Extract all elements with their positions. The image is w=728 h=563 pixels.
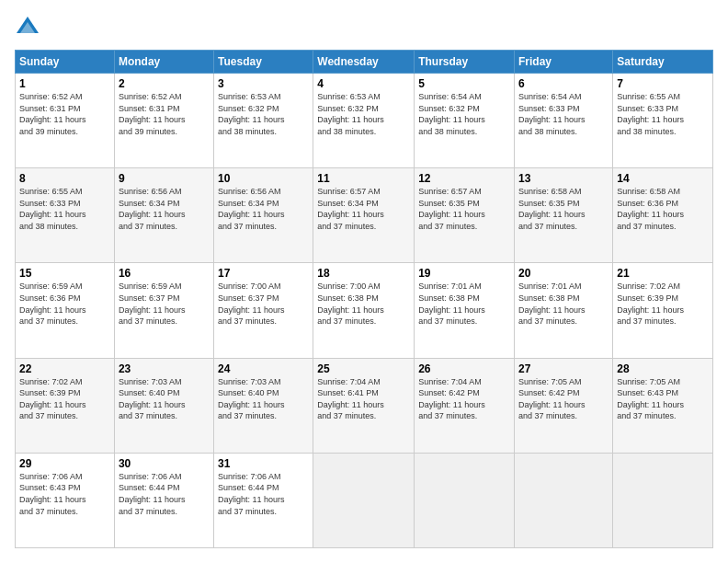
calendar-cell: 23Sunrise: 7:03 AM Sunset: 6:40 PM Dayli… xyxy=(114,358,213,453)
calendar-cell: 20Sunrise: 7:01 AM Sunset: 6:38 PM Dayli… xyxy=(515,263,613,358)
calendar-cell: 21Sunrise: 7:02 AM Sunset: 6:39 PM Dayli… xyxy=(613,263,713,358)
day-number: 5 xyxy=(418,77,510,90)
day-number: 12 xyxy=(418,172,510,185)
calendar-week-row: 29Sunrise: 7:06 AM Sunset: 6:43 PM Dayli… xyxy=(16,453,713,547)
calendar-cell xyxy=(415,453,515,547)
calendar-cell: 30Sunrise: 7:06 AM Sunset: 6:44 PM Dayli… xyxy=(114,453,213,547)
calendar-cell: 4Sunrise: 6:53 AM Sunset: 6:32 PM Daylig… xyxy=(313,74,415,168)
calendar-week-row: 8Sunrise: 6:55 AM Sunset: 6:33 PM Daylig… xyxy=(16,168,713,263)
calendar-cell: 12Sunrise: 6:57 AM Sunset: 6:35 PM Dayli… xyxy=(415,168,515,263)
day-number: 30 xyxy=(119,457,210,470)
day-info: Sunrise: 6:58 AM Sunset: 6:35 PM Dayligh… xyxy=(518,186,609,232)
day-number: 16 xyxy=(119,267,210,280)
day-info: Sunrise: 7:00 AM Sunset: 6:37 PM Dayligh… xyxy=(218,281,309,327)
day-number: 29 xyxy=(19,457,110,470)
calendar-cell: 7Sunrise: 6:55 AM Sunset: 6:33 PM Daylig… xyxy=(613,74,713,168)
day-number: 22 xyxy=(19,362,110,375)
day-info: Sunrise: 6:54 AM Sunset: 6:33 PM Dayligh… xyxy=(518,91,609,137)
day-info: Sunrise: 7:06 AM Sunset: 6:44 PM Dayligh… xyxy=(218,471,309,517)
calendar-header-cell: Monday xyxy=(114,51,213,74)
calendar-cell: 5Sunrise: 6:54 AM Sunset: 6:32 PM Daylig… xyxy=(415,74,515,168)
day-info: Sunrise: 6:57 AM Sunset: 6:34 PM Dayligh… xyxy=(317,186,410,232)
day-number: 14 xyxy=(617,172,709,185)
calendar-week-row: 15Sunrise: 6:59 AM Sunset: 6:36 PM Dayli… xyxy=(16,263,713,358)
logo xyxy=(15,15,44,40)
day-number: 19 xyxy=(418,267,510,280)
day-info: Sunrise: 7:02 AM Sunset: 6:39 PM Dayligh… xyxy=(617,281,709,327)
calendar-cell: 1Sunrise: 6:52 AM Sunset: 6:31 PM Daylig… xyxy=(16,74,115,168)
day-info: Sunrise: 7:05 AM Sunset: 6:43 PM Dayligh… xyxy=(617,376,709,422)
calendar-cell: 28Sunrise: 7:05 AM Sunset: 6:43 PM Dayli… xyxy=(613,358,713,453)
day-number: 26 xyxy=(418,362,510,375)
calendar-header-cell: Sunday xyxy=(16,51,115,74)
day-info: Sunrise: 6:59 AM Sunset: 6:36 PM Dayligh… xyxy=(19,281,110,327)
day-info: Sunrise: 7:01 AM Sunset: 6:38 PM Dayligh… xyxy=(418,281,510,327)
calendar-cell: 31Sunrise: 7:06 AM Sunset: 6:44 PM Dayli… xyxy=(214,453,313,547)
day-info: Sunrise: 7:01 AM Sunset: 6:38 PM Dayligh… xyxy=(518,281,609,327)
calendar-cell: 8Sunrise: 6:55 AM Sunset: 6:33 PM Daylig… xyxy=(16,168,115,263)
day-number: 7 xyxy=(617,77,709,90)
day-number: 21 xyxy=(617,267,709,280)
day-number: 25 xyxy=(317,362,410,375)
calendar-cell xyxy=(613,453,713,547)
calendar-cell: 26Sunrise: 7:04 AM Sunset: 6:42 PM Dayli… xyxy=(415,358,515,453)
day-info: Sunrise: 7:03 AM Sunset: 6:40 PM Dayligh… xyxy=(218,376,309,422)
calendar-cell: 18Sunrise: 7:00 AM Sunset: 6:38 PM Dayli… xyxy=(313,263,415,358)
day-number: 17 xyxy=(218,267,309,280)
day-info: Sunrise: 6:55 AM Sunset: 6:33 PM Dayligh… xyxy=(19,186,110,232)
day-number: 11 xyxy=(317,172,410,185)
day-info: Sunrise: 7:06 AM Sunset: 6:44 PM Dayligh… xyxy=(119,471,210,517)
day-info: Sunrise: 6:53 AM Sunset: 6:32 PM Dayligh… xyxy=(317,91,410,137)
calendar-header-row: SundayMondayTuesdayWednesdayThursdayFrid… xyxy=(16,51,713,74)
day-info: Sunrise: 7:04 AM Sunset: 6:42 PM Dayligh… xyxy=(418,376,510,422)
day-number: 13 xyxy=(518,172,609,185)
calendar-week-row: 1Sunrise: 6:52 AM Sunset: 6:31 PM Daylig… xyxy=(16,74,713,168)
calendar-cell: 13Sunrise: 6:58 AM Sunset: 6:35 PM Dayli… xyxy=(515,168,613,263)
calendar-header: SundayMondayTuesdayWednesdayThursdayFrid… xyxy=(16,51,713,74)
day-number: 3 xyxy=(218,77,309,90)
day-number: 9 xyxy=(119,172,210,185)
calendar-cell: 27Sunrise: 7:05 AM Sunset: 6:42 PM Dayli… xyxy=(515,358,613,453)
day-info: Sunrise: 7:05 AM Sunset: 6:42 PM Dayligh… xyxy=(518,376,609,422)
day-info: Sunrise: 6:55 AM Sunset: 6:33 PM Dayligh… xyxy=(617,91,709,137)
day-number: 10 xyxy=(218,172,309,185)
calendar-cell: 25Sunrise: 7:04 AM Sunset: 6:41 PM Dayli… xyxy=(313,358,415,453)
day-info: Sunrise: 7:06 AM Sunset: 6:43 PM Dayligh… xyxy=(19,471,110,517)
day-info: Sunrise: 7:00 AM Sunset: 6:38 PM Dayligh… xyxy=(317,281,410,327)
logo-icon xyxy=(15,15,40,40)
calendar-cell: 3Sunrise: 6:53 AM Sunset: 6:32 PM Daylig… xyxy=(214,74,313,168)
calendar-header-cell: Thursday xyxy=(415,51,515,74)
calendar-cell: 9Sunrise: 6:56 AM Sunset: 6:34 PM Daylig… xyxy=(114,168,213,263)
day-info: Sunrise: 6:53 AM Sunset: 6:32 PM Dayligh… xyxy=(218,91,309,137)
day-number: 20 xyxy=(518,267,609,280)
calendar-header-cell: Saturday xyxy=(613,51,713,74)
calendar-cell xyxy=(313,453,415,547)
day-info: Sunrise: 6:52 AM Sunset: 6:31 PM Dayligh… xyxy=(119,91,210,137)
calendar-cell xyxy=(515,453,613,547)
calendar-cell: 16Sunrise: 6:59 AM Sunset: 6:37 PM Dayli… xyxy=(114,263,213,358)
header xyxy=(15,15,713,40)
day-number: 6 xyxy=(518,77,609,90)
day-info: Sunrise: 7:04 AM Sunset: 6:41 PM Dayligh… xyxy=(317,376,410,422)
day-number: 2 xyxy=(119,77,210,90)
day-number: 23 xyxy=(119,362,210,375)
calendar-cell: 2Sunrise: 6:52 AM Sunset: 6:31 PM Daylig… xyxy=(114,74,213,168)
calendar-header-cell: Friday xyxy=(515,51,613,74)
calendar-week-row: 22Sunrise: 7:02 AM Sunset: 6:39 PM Dayli… xyxy=(16,358,713,453)
day-info: Sunrise: 6:58 AM Sunset: 6:36 PM Dayligh… xyxy=(617,186,709,232)
day-info: Sunrise: 6:54 AM Sunset: 6:32 PM Dayligh… xyxy=(418,91,510,137)
day-info: Sunrise: 6:56 AM Sunset: 6:34 PM Dayligh… xyxy=(119,186,210,232)
calendar-cell: 10Sunrise: 6:56 AM Sunset: 6:34 PM Dayli… xyxy=(214,168,313,263)
calendar-header-cell: Tuesday xyxy=(214,51,313,74)
day-info: Sunrise: 6:57 AM Sunset: 6:35 PM Dayligh… xyxy=(418,186,510,232)
day-number: 15 xyxy=(19,267,110,280)
calendar-cell: 14Sunrise: 6:58 AM Sunset: 6:36 PM Dayli… xyxy=(613,168,713,263)
calendar-cell: 15Sunrise: 6:59 AM Sunset: 6:36 PM Dayli… xyxy=(16,263,115,358)
calendar-body: 1Sunrise: 6:52 AM Sunset: 6:31 PM Daylig… xyxy=(16,74,713,548)
day-info: Sunrise: 6:59 AM Sunset: 6:37 PM Dayligh… xyxy=(119,281,210,327)
calendar-cell: 29Sunrise: 7:06 AM Sunset: 6:43 PM Dayli… xyxy=(16,453,115,547)
day-info: Sunrise: 7:02 AM Sunset: 6:39 PM Dayligh… xyxy=(19,376,110,422)
day-number: 8 xyxy=(19,172,110,185)
day-number: 24 xyxy=(218,362,309,375)
calendar-table: SundayMondayTuesdayWednesdayThursdayFrid… xyxy=(15,50,713,548)
